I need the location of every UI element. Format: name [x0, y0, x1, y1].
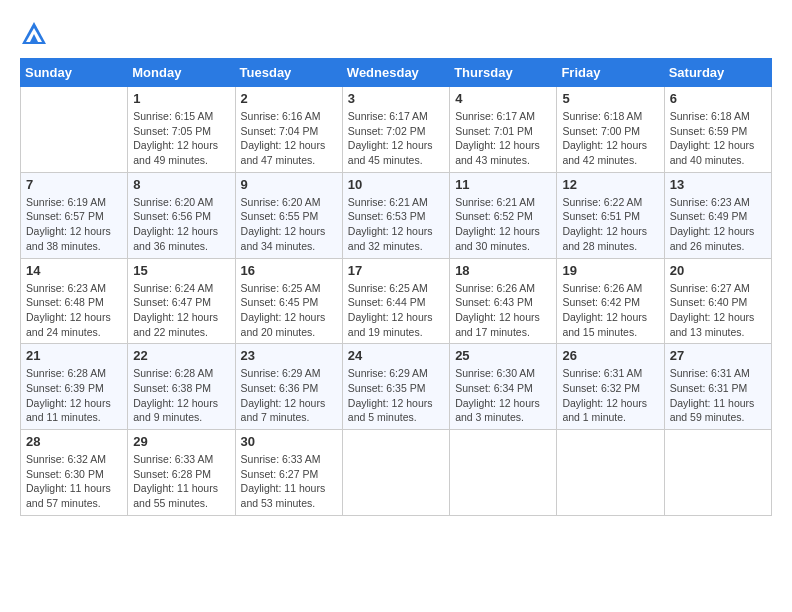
day-info: Sunrise: 6:29 AMSunset: 6:35 PMDaylight:…: [348, 366, 444, 425]
day-info: Sunrise: 6:22 AMSunset: 6:51 PMDaylight:…: [562, 195, 658, 254]
calendar-cell: 20Sunrise: 6:27 AMSunset: 6:40 PMDayligh…: [664, 258, 771, 344]
daylight-label: Daylight: 12 hours and 9 minutes.: [133, 397, 218, 424]
day-info: Sunrise: 6:24 AMSunset: 6:47 PMDaylight:…: [133, 281, 229, 340]
calendar-cell: 8Sunrise: 6:20 AMSunset: 6:56 PMDaylight…: [128, 172, 235, 258]
day-info: Sunrise: 6:17 AMSunset: 7:02 PMDaylight:…: [348, 109, 444, 168]
day-number: 19: [562, 263, 658, 278]
day-info: Sunrise: 6:33 AMSunset: 6:28 PMDaylight:…: [133, 452, 229, 511]
calendar-cell: 5Sunrise: 6:18 AMSunset: 7:00 PMDaylight…: [557, 87, 664, 173]
day-number: 15: [133, 263, 229, 278]
daylight-label: Daylight: 12 hours and 47 minutes.: [241, 139, 326, 166]
sunset-label: Sunset: 7:05 PM: [133, 125, 211, 137]
calendar-cell: 1Sunrise: 6:15 AMSunset: 7:05 PMDaylight…: [128, 87, 235, 173]
day-number: 21: [26, 348, 122, 363]
day-number: 22: [133, 348, 229, 363]
day-number: 9: [241, 177, 337, 192]
calendar-cell: 2Sunrise: 6:16 AMSunset: 7:04 PMDaylight…: [235, 87, 342, 173]
day-number: 7: [26, 177, 122, 192]
calendar-cell: 22Sunrise: 6:28 AMSunset: 6:38 PMDayligh…: [128, 344, 235, 430]
day-info: Sunrise: 6:26 AMSunset: 6:42 PMDaylight:…: [562, 281, 658, 340]
day-number: 18: [455, 263, 551, 278]
column-header-saturday: Saturday: [664, 59, 771, 87]
sunset-label: Sunset: 6:34 PM: [455, 382, 533, 394]
sunrise-label: Sunrise: 6:17 AM: [348, 110, 428, 122]
daylight-label: Daylight: 12 hours and 13 minutes.: [670, 311, 755, 338]
calendar-week-2: 7Sunrise: 6:19 AMSunset: 6:57 PMDaylight…: [21, 172, 772, 258]
calendar-week-5: 28Sunrise: 6:32 AMSunset: 6:30 PMDayligh…: [21, 430, 772, 516]
sunrise-label: Sunrise: 6:32 AM: [26, 453, 106, 465]
day-info: Sunrise: 6:29 AMSunset: 6:36 PMDaylight:…: [241, 366, 337, 425]
daylight-label: Daylight: 12 hours and 26 minutes.: [670, 225, 755, 252]
calendar-cell: 29Sunrise: 6:33 AMSunset: 6:28 PMDayligh…: [128, 430, 235, 516]
sunrise-label: Sunrise: 6:23 AM: [26, 282, 106, 294]
daylight-label: Daylight: 12 hours and 22 minutes.: [133, 311, 218, 338]
sunrise-label: Sunrise: 6:26 AM: [562, 282, 642, 294]
calendar-cell: [21, 87, 128, 173]
calendar-cell: 11Sunrise: 6:21 AMSunset: 6:52 PMDayligh…: [450, 172, 557, 258]
sunset-label: Sunset: 6:45 PM: [241, 296, 319, 308]
day-info: Sunrise: 6:25 AMSunset: 6:44 PMDaylight:…: [348, 281, 444, 340]
sunrise-label: Sunrise: 6:29 AM: [348, 367, 428, 379]
logo-icon: [20, 20, 48, 48]
day-info: Sunrise: 6:15 AMSunset: 7:05 PMDaylight:…: [133, 109, 229, 168]
calendar-cell: [664, 430, 771, 516]
sunrise-label: Sunrise: 6:33 AM: [133, 453, 213, 465]
calendar-cell: 24Sunrise: 6:29 AMSunset: 6:35 PMDayligh…: [342, 344, 449, 430]
day-info: Sunrise: 6:30 AMSunset: 6:34 PMDaylight:…: [455, 366, 551, 425]
day-number: 29: [133, 434, 229, 449]
day-number: 28: [26, 434, 122, 449]
day-number: 5: [562, 91, 658, 106]
daylight-label: Daylight: 12 hours and 36 minutes.: [133, 225, 218, 252]
sunrise-label: Sunrise: 6:27 AM: [670, 282, 750, 294]
sunrise-label: Sunrise: 6:29 AM: [241, 367, 321, 379]
calendar-cell: 30Sunrise: 6:33 AMSunset: 6:27 PMDayligh…: [235, 430, 342, 516]
daylight-label: Daylight: 11 hours and 57 minutes.: [26, 482, 111, 509]
sunrise-label: Sunrise: 6:33 AM: [241, 453, 321, 465]
daylight-label: Daylight: 12 hours and 42 minutes.: [562, 139, 647, 166]
sunset-label: Sunset: 6:57 PM: [26, 210, 104, 222]
sunset-label: Sunset: 6:32 PM: [562, 382, 640, 394]
sunrise-label: Sunrise: 6:20 AM: [241, 196, 321, 208]
calendar-cell: 10Sunrise: 6:21 AMSunset: 6:53 PMDayligh…: [342, 172, 449, 258]
calendar-cell: 15Sunrise: 6:24 AMSunset: 6:47 PMDayligh…: [128, 258, 235, 344]
day-number: 11: [455, 177, 551, 192]
calendar-cell: [342, 430, 449, 516]
daylight-label: Daylight: 12 hours and 3 minutes.: [455, 397, 540, 424]
sunrise-label: Sunrise: 6:22 AM: [562, 196, 642, 208]
day-number: 1: [133, 91, 229, 106]
calendar-cell: 21Sunrise: 6:28 AMSunset: 6:39 PMDayligh…: [21, 344, 128, 430]
column-header-monday: Monday: [128, 59, 235, 87]
calendar-cell: 19Sunrise: 6:26 AMSunset: 6:42 PMDayligh…: [557, 258, 664, 344]
logo: [20, 20, 52, 48]
daylight-label: Daylight: 12 hours and 38 minutes.: [26, 225, 111, 252]
day-info: Sunrise: 6:23 AMSunset: 6:48 PMDaylight:…: [26, 281, 122, 340]
daylight-label: Daylight: 12 hours and 11 minutes.: [26, 397, 111, 424]
sunset-label: Sunset: 6:47 PM: [133, 296, 211, 308]
calendar-cell: [557, 430, 664, 516]
sunset-label: Sunset: 7:00 PM: [562, 125, 640, 137]
day-info: Sunrise: 6:21 AMSunset: 6:53 PMDaylight:…: [348, 195, 444, 254]
sunrise-label: Sunrise: 6:25 AM: [241, 282, 321, 294]
daylight-label: Daylight: 12 hours and 1 minute.: [562, 397, 647, 424]
sunrise-label: Sunrise: 6:21 AM: [348, 196, 428, 208]
sunset-label: Sunset: 6:39 PM: [26, 382, 104, 394]
calendar-cell: 17Sunrise: 6:25 AMSunset: 6:44 PMDayligh…: [342, 258, 449, 344]
sunrise-label: Sunrise: 6:25 AM: [348, 282, 428, 294]
day-info: Sunrise: 6:19 AMSunset: 6:57 PMDaylight:…: [26, 195, 122, 254]
calendar-cell: 9Sunrise: 6:20 AMSunset: 6:55 PMDaylight…: [235, 172, 342, 258]
day-info: Sunrise: 6:32 AMSunset: 6:30 PMDaylight:…: [26, 452, 122, 511]
calendar-week-3: 14Sunrise: 6:23 AMSunset: 6:48 PMDayligh…: [21, 258, 772, 344]
sunset-label: Sunset: 7:01 PM: [455, 125, 533, 137]
sunset-label: Sunset: 6:35 PM: [348, 382, 426, 394]
sunset-label: Sunset: 6:43 PM: [455, 296, 533, 308]
day-info: Sunrise: 6:21 AMSunset: 6:52 PMDaylight:…: [455, 195, 551, 254]
calendar-cell: 4Sunrise: 6:17 AMSunset: 7:01 PMDaylight…: [450, 87, 557, 173]
day-number: 10: [348, 177, 444, 192]
sunset-label: Sunset: 6:56 PM: [133, 210, 211, 222]
day-number: 3: [348, 91, 444, 106]
column-header-sunday: Sunday: [21, 59, 128, 87]
day-info: Sunrise: 6:20 AMSunset: 6:55 PMDaylight:…: [241, 195, 337, 254]
day-number: 6: [670, 91, 766, 106]
day-info: Sunrise: 6:28 AMSunset: 6:39 PMDaylight:…: [26, 366, 122, 425]
sunset-label: Sunset: 6:36 PM: [241, 382, 319, 394]
